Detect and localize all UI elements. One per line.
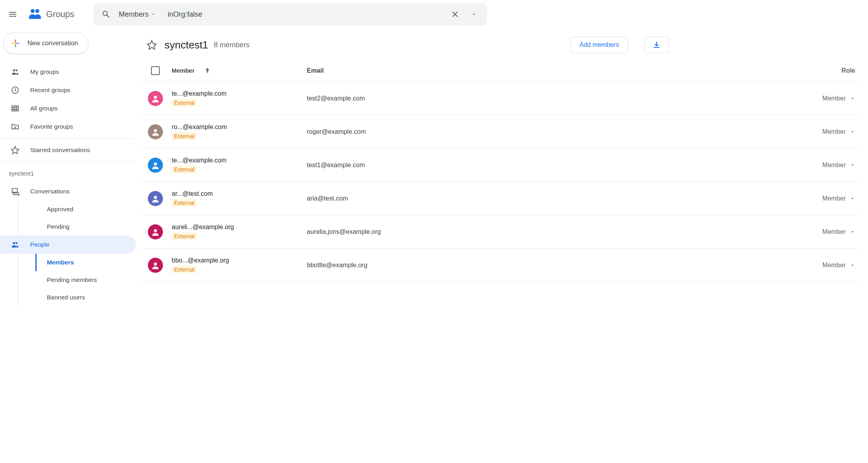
sidebar-subitem[interactable]: Pending members	[37, 271, 136, 289]
avatar	[148, 224, 163, 239]
member-role: Member	[822, 228, 846, 235]
sidebar-item[interactable]: My groups	[0, 63, 136, 81]
sidebar-item-starred[interactable]: Starred conversations	[0, 141, 136, 159]
search-bar: Members	[93, 3, 487, 25]
member-email: roger@example.com	[307, 128, 796, 135]
svg-point-2	[13, 69, 15, 72]
external-badge: External	[172, 99, 197, 107]
role-dropdown[interactable]	[850, 96, 855, 101]
role-dropdown[interactable]	[850, 129, 855, 135]
sidebar-item-label: Pending members	[47, 276, 97, 284]
main-menu-button[interactable]	[3, 5, 22, 24]
svg-point-13	[154, 262, 157, 266]
sidebar-subitem[interactable]: Banned users	[37, 289, 136, 306]
sidebar-subitem[interactable]: Pending	[37, 218, 136, 235]
member-display-name: aureli...@example.org	[172, 224, 234, 231]
app-logo[interactable]: Groups	[25, 6, 90, 22]
hamburger-icon	[8, 10, 17, 19]
favorite-group-button[interactable]	[145, 38, 159, 52]
column-header-role[interactable]: Role	[796, 67, 860, 74]
external-badge: External	[172, 232, 197, 240]
search-scope-label: Members	[119, 10, 149, 19]
table-row[interactable]: bbo...@example.orgExternalbbottle@exampl…	[139, 249, 860, 282]
member-role: Member	[822, 128, 846, 135]
svg-point-7	[15, 242, 17, 244]
sidebar-item-label: Recent groups	[30, 87, 70, 94]
avatar	[148, 91, 163, 106]
member-email: aria@test.com	[307, 195, 796, 202]
table-row[interactable]: aureli...@example.orgExternalaurelia.jon…	[139, 215, 860, 249]
member-email: bbottle@example.org	[307, 262, 796, 269]
role-dropdown[interactable]	[850, 262, 855, 268]
sidebar-item-people[interactable]: People	[0, 235, 136, 254]
svg-point-0	[31, 9, 35, 13]
sidebar-item-label: Favorite groups	[30, 123, 73, 130]
divider	[0, 138, 136, 139]
sidebar-item[interactable]: Favorite groups	[0, 118, 136, 136]
search-button[interactable]	[97, 5, 116, 24]
member-email: aurelia.jons@example.org	[307, 228, 796, 235]
sort-ascending-icon	[203, 67, 211, 75]
external-badge: External	[172, 166, 197, 174]
sidebar: New conversation My groupsRecent groupsA…	[0, 29, 139, 463]
sidebar-item-label: Conversations	[30, 188, 70, 195]
avatar	[148, 158, 163, 173]
conversations-icon	[10, 187, 20, 196]
sidebar-item-label: Starred conversations	[30, 147, 90, 154]
role-dropdown[interactable]	[850, 162, 855, 168]
sidebar-item-label: Banned users	[47, 294, 85, 301]
external-badge: External	[172, 266, 197, 274]
sidebar-group-name: synctest1	[0, 164, 136, 182]
search-scope-dropdown[interactable]: Members	[116, 10, 163, 19]
search-options-dropdown[interactable]	[465, 5, 484, 24]
external-badge: External	[172, 199, 197, 207]
svg-point-12	[154, 229, 157, 232]
member-display-name: ar...@test.com	[172, 190, 213, 197]
member-display-name: bbo...@example.org	[172, 257, 229, 264]
table-header: Member Email Role	[139, 60, 860, 82]
svg-rect-5	[12, 106, 19, 111]
sidebar-item-label: Approved	[47, 206, 73, 213]
role-dropdown[interactable]	[850, 229, 855, 235]
new-conversation-button[interactable]: New conversation	[3, 33, 89, 54]
table-row[interactable]: ro...@example.comExternalroger@example.c…	[139, 115, 860, 149]
divider	[0, 162, 136, 162]
svg-point-6	[13, 242, 15, 245]
table-row[interactable]: te...@example.comExternaltest1@example.c…	[139, 149, 860, 182]
sidebar-subitem[interactable]: Approved	[37, 201, 136, 218]
download-icon	[652, 41, 661, 49]
people-icon	[10, 67, 20, 77]
select-all-checkbox[interactable]	[151, 66, 160, 75]
new-conversation-label: New conversation	[27, 40, 78, 47]
svg-point-8	[154, 96, 157, 99]
search-icon	[101, 10, 111, 19]
role-dropdown[interactable]	[850, 196, 855, 201]
sidebar-item[interactable]: Recent groups	[0, 81, 136, 99]
member-display-name: ro...@example.com	[172, 123, 227, 131]
member-email: test2@example.com	[307, 95, 796, 102]
search-input[interactable]	[163, 10, 446, 19]
sidebar-item[interactable]: All groups	[0, 99, 136, 118]
avatar	[148, 191, 163, 206]
export-button[interactable]	[644, 37, 669, 53]
svg-point-11	[154, 196, 157, 199]
sidebar-subitem[interactable]: Members	[35, 254, 136, 271]
column-header-member[interactable]: Member	[172, 67, 307, 75]
app-name: Groups	[46, 9, 74, 19]
main-content: synctest1 8 members Add members	[139, 29, 868, 463]
sidebar-item-label: Pending	[47, 223, 70, 230]
sidebar-item-conversations[interactable]: Conversations	[0, 182, 136, 201]
table-row[interactable]: ar...@test.comExternalaria@test.comMembe…	[139, 182, 860, 215]
table-row[interactable]: te...@example.comExternaltest2@example.c…	[139, 82, 860, 115]
folder-star-icon	[10, 122, 20, 131]
search-clear-button[interactable]	[446, 5, 465, 24]
member-count: 8 members	[214, 41, 250, 49]
avatar	[148, 258, 163, 273]
member-display-name: te...@example.com	[172, 157, 227, 164]
chevron-down-icon	[471, 12, 477, 17]
group-title: synctest1	[165, 39, 208, 51]
add-members-button[interactable]: Add members	[570, 37, 628, 53]
sidebar-item-label: My groups	[30, 68, 59, 75]
column-header-email[interactable]: Email	[307, 67, 796, 74]
members-table: Member Email Role te...@example.comExter…	[139, 60, 860, 282]
